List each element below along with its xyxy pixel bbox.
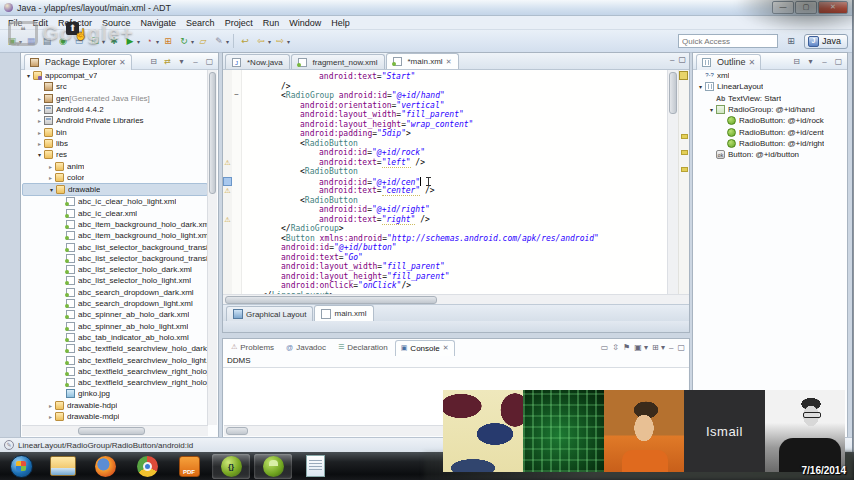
code-line[interactable]: android:orientation="vertical" bbox=[243, 101, 667, 111]
expander-closed-icon[interactable]: ▸ bbox=[46, 174, 55, 181]
display-selected-console-icon[interactable]: ▣ ▾ bbox=[634, 343, 648, 352]
new-wizard-icon[interactable]: ▣ bbox=[5, 34, 19, 48]
collapse-all-icon[interactable]: ⊟ bbox=[148, 57, 159, 66]
code-line[interactable]: android:id="@+id/button" bbox=[243, 243, 667, 253]
project-item-abc-spinner-ab-holo-light-xml[interactable]: abc_spinner_ab_holo_light.xml bbox=[22, 321, 208, 332]
menu-navigate[interactable]: Navigate bbox=[136, 18, 182, 28]
package-explorer-hscrollbar[interactable] bbox=[22, 425, 208, 436]
code-line[interactable]: android:id="@+id/right" bbox=[243, 205, 667, 215]
save-icon[interactable]: ▦ bbox=[24, 34, 38, 48]
code-line[interactable]: android:text="right" /> bbox=[243, 215, 667, 225]
project-item-drawable-hdpi[interactable]: ▸drawable-hdpi bbox=[22, 400, 208, 411]
open-folder-icon[interactable]: ▱ bbox=[196, 34, 210, 48]
tab-package-explorer[interactable]: Package Explorer ✕ bbox=[24, 54, 132, 70]
open-console-icon[interactable]: ⊞ ▾ bbox=[652, 343, 665, 352]
fold-collapse-icon[interactable]: − bbox=[232, 90, 241, 99]
code-line[interactable]: <RadioGroup android:id="@+id/hand" bbox=[243, 91, 667, 101]
project-item-abc-ic-clear-holo-light-xml[interactable]: abc_ic_clear_holo_light.xml bbox=[22, 196, 208, 207]
run-dropdown-icon[interactable]: ▾ bbox=[137, 38, 140, 45]
view-menu-icon[interactable]: ▾ bbox=[805, 57, 816, 66]
project-item-bin[interactable]: ▸bin bbox=[22, 126, 208, 137]
code-line[interactable]: android:id="@+id/cen" bbox=[243, 177, 667, 187]
expander-closed-icon[interactable]: ▸ bbox=[35, 106, 44, 113]
taskbar-eclipse-button[interactable]: {} bbox=[212, 454, 250, 479]
outline-item-xml[interactable]: ?-?xml bbox=[694, 70, 845, 81]
pin-console-icon[interactable]: ⚑ bbox=[623, 343, 630, 352]
project-item-libs[interactable]: ▸libs bbox=[22, 138, 208, 149]
warning-icon[interactable]: ⚠ bbox=[223, 215, 232, 224]
title-bar[interactable]: Java - ylapp/res/layout/main.xml - ADT —… bbox=[0, 0, 852, 16]
project-item-res[interactable]: ▾res bbox=[22, 149, 208, 160]
code-line[interactable]: android:padding="5dip"> bbox=[243, 129, 667, 139]
xml-source-editor[interactable]: ⚠⚠⚠ − android:text="Start"/><RadioGroup … bbox=[223, 70, 689, 294]
view-menu-icon[interactable]: ▾ bbox=[176, 57, 187, 66]
project-item-gen[interactable]: ▸gen [Generated Java Files] bbox=[22, 93, 208, 104]
taskbar-chrome-button[interactable] bbox=[128, 454, 166, 479]
project-item-abc-item-background-holo-dark-xml[interactable]: abc_item_background_holo_dark.xml bbox=[22, 219, 208, 230]
menu-project[interactable]: Project bbox=[220, 18, 258, 28]
open-perspective-icon[interactable]: ⊞ bbox=[783, 34, 799, 48]
editor-tab-now-java[interactable]: J*Now.java bbox=[225, 54, 290, 69]
menu-source[interactable]: Source bbox=[97, 18, 136, 28]
project-item-drawable[interactable]: ▾drawable bbox=[22, 183, 208, 196]
taskbar-explorer-button[interactable] bbox=[44, 454, 82, 479]
refresh-icon[interactable]: ↻ bbox=[177, 34, 191, 48]
menu-help[interactable]: Help bbox=[326, 18, 355, 28]
code-line[interactable]: android:id="@+id/rock" bbox=[243, 148, 667, 158]
run-icon[interactable]: ▶ bbox=[123, 34, 137, 48]
code-line[interactable]: </RadioGroup> bbox=[243, 224, 667, 234]
console-tab-declaration[interactable]: ☰Declaration bbox=[333, 340, 393, 354]
menu-refactor[interactable]: Refactor bbox=[53, 18, 97, 28]
code-line[interactable]: <RadioButton bbox=[243, 139, 667, 149]
project-item-abc-textfield-searchview-holo-dark-xm[interactable]: abc_textfield_searchview_holo_dark.xm bbox=[22, 343, 208, 354]
expander-open-icon[interactable]: ▾ bbox=[24, 72, 33, 79]
forward-icon[interactable]: ⇨ bbox=[273, 34, 287, 48]
editor-tab-main-xml[interactable]: *main.xml✕ bbox=[386, 53, 459, 69]
annotate-icon[interactable]: ✎ bbox=[212, 34, 226, 48]
expander-closed-icon[interactable]: ▸ bbox=[35, 117, 44, 124]
warning-icon[interactable]: ⚠ bbox=[223, 186, 232, 195]
profile-icon[interactable]: ◔ bbox=[142, 34, 156, 48]
menu-search[interactable]: Search bbox=[181, 18, 220, 28]
editor-tab-fragment-now-xml[interactable]: fragment_now.xml bbox=[291, 54, 385, 69]
taskbar-notepad-button[interactable] bbox=[296, 454, 334, 479]
project-item-android-private-libraries[interactable]: ▸Android Private Libraries bbox=[22, 115, 208, 126]
code-line[interactable]: android:text="left" /> bbox=[243, 158, 667, 168]
project-item-abc-search-dropdown-dark-xml[interactable]: abc_search_dropdown_dark.xml bbox=[22, 287, 208, 298]
code-line[interactable]: <RadioButton bbox=[243, 196, 667, 206]
quick-access-input[interactable] bbox=[678, 34, 778, 48]
new-wizard-dropdown-icon[interactable]: ▾ bbox=[19, 38, 22, 45]
project-item-abc-list-selector-background-transitio[interactable]: abc_list_selector_background_transitio bbox=[22, 241, 208, 252]
code-line[interactable]: android:text="Go" bbox=[243, 253, 667, 263]
project-item-abc-spinner-ab-holo-dark-xml[interactable]: abc_spinner_ab_holo_dark.xml bbox=[22, 309, 208, 320]
new-checkbox-dropdown-icon[interactable]: ▾ bbox=[102, 38, 105, 45]
page-tab-graphical-layout[interactable]: Graphical Layout bbox=[226, 306, 313, 321]
project-item-abc-ic-clear-xml[interactable]: abc_ic_clear.xml bbox=[22, 208, 208, 219]
maximize-editor-icon[interactable]: ▢ bbox=[678, 55, 686, 64]
outline-item-radiobutton-id-right[interactable]: RadioButton: @+id/right bbox=[694, 138, 845, 149]
back-dropdown-icon[interactable]: ▾ bbox=[268, 38, 271, 45]
collapse-all-icon[interactable]: ⊟ bbox=[791, 57, 802, 66]
last-edit-location-icon[interactable]: ↩ bbox=[238, 34, 252, 48]
back-icon[interactable]: ⇦ bbox=[254, 34, 268, 48]
outline-item-radiobutton-id-rock[interactable]: RadioButton: @+id/rock bbox=[694, 115, 845, 126]
taskbar-adt-button[interactable] bbox=[254, 454, 292, 479]
project-item-abc-item-background-holo-light-xml[interactable]: abc_item_background_holo_light.xml bbox=[22, 230, 208, 241]
minimize-icon[interactable]: – bbox=[819, 57, 830, 66]
refresh-dropdown-icon[interactable]: ▾ bbox=[191, 38, 194, 45]
clear-console-icon[interactable]: ▭ bbox=[601, 343, 609, 352]
code-line[interactable]: android:text="center" /> bbox=[243, 186, 667, 196]
close-tab-icon[interactable]: ✕ bbox=[443, 344, 449, 352]
project-item-ginko-jpg[interactable]: ginko.jpg bbox=[22, 388, 208, 399]
expander-open-icon[interactable]: ▾ bbox=[47, 186, 56, 193]
maximize-icon[interactable]: ▢ bbox=[833, 57, 844, 66]
expander-open-icon[interactable]: ▾ bbox=[35, 151, 44, 158]
code-line[interactable]: android:layout_height="fill_parent" bbox=[243, 272, 667, 282]
editor-vscrollbar[interactable] bbox=[667, 70, 678, 294]
project-item-abc-list-selector-background-transitio[interactable]: abc_list_selector_background_transitio bbox=[22, 253, 208, 264]
taskbar-firefox-button[interactable] bbox=[86, 454, 124, 479]
taskbar-start-button[interactable] bbox=[2, 454, 40, 479]
expander-closed-icon[interactable]: ▸ bbox=[35, 140, 44, 147]
new-checkbox-icon[interactable]: ☑ bbox=[88, 34, 102, 48]
avd-manager-icon[interactable]: ▭ bbox=[72, 34, 86, 48]
